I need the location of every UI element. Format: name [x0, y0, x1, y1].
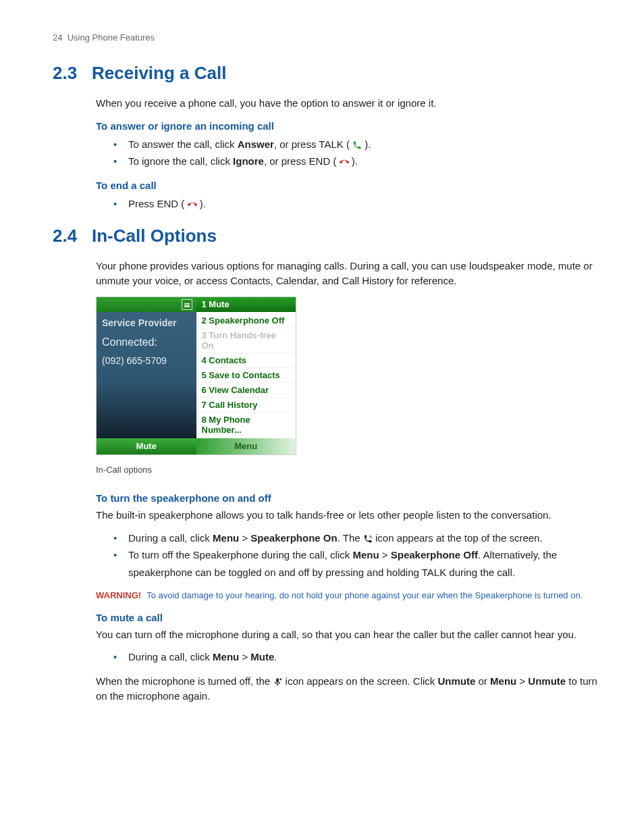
status-bar	[97, 297, 196, 312]
section-title: In-Call Options	[92, 226, 217, 246]
list-item: To answer the call, click Answer, or pre…	[123, 136, 603, 153]
section-body: When you receive a phone call, you have …	[96, 96, 603, 212]
text: ).	[349, 155, 358, 167]
text: Press END (	[128, 198, 188, 209]
text: During a call, click	[128, 532, 213, 544]
bold-text: Menu	[213, 532, 239, 544]
menu-list: 2 Speakerphone Off 3 Turn Hands-free On …	[196, 312, 296, 438]
list-item: During a call, click Menu > Speakerphone…	[123, 529, 603, 547]
section-heading: 2.3 Receiving a Call	[53, 63, 603, 84]
text: >	[379, 549, 391, 561]
phone-screenshot: Service Provider Connected: (092) 665-57…	[96, 296, 296, 455]
speaker-icon	[363, 534, 373, 544]
connected-label: Connected:	[102, 336, 191, 348]
figure-caption: In-Call options	[96, 465, 603, 475]
section-number: 2.4	[53, 226, 82, 246]
menu-panel: 1 Mute 2 Speakerphone Off 3 Turn Hands-f…	[196, 297, 296, 454]
warning-text: To avoid damage to your hearing, do not …	[146, 589, 583, 602]
text: To ignore the call, click	[128, 155, 233, 167]
bold-text: Ignore	[233, 155, 264, 167]
text: >	[239, 532, 250, 544]
phone-number: (092) 665-5709	[102, 355, 191, 366]
menu-item[interactable]: 4 Contacts	[196, 353, 296, 368]
bold-text: Speakerphone Off	[391, 549, 478, 561]
text: or	[475, 675, 490, 687]
text: .	[274, 651, 277, 662]
text: , or press TALK (	[274, 138, 352, 150]
mute-icon	[273, 677, 282, 687]
end-icon	[188, 200, 197, 209]
list-item: To ignore the call, click Ignore, or pre…	[123, 153, 603, 170]
page: 24 Using Phone Features 2.3 Receiving a …	[0, 0, 644, 834]
menu-item[interactable]: 2 Speakerphone Off	[196, 313, 296, 328]
bullet-list: Press END ( ).	[123, 195, 603, 213]
bold-text: Menu	[352, 549, 379, 561]
list-item: During a call, click Menu > Mute.	[123, 648, 603, 666]
text: icon appears on the screen. Click	[282, 675, 437, 687]
warning-label: WARNING!	[96, 589, 141, 602]
list-item: To turn off the Speakerphone during the …	[123, 546, 603, 581]
bold-text: Mute	[250, 651, 274, 662]
text: >	[516, 675, 528, 687]
section-number: 2.3	[53, 63, 82, 84]
bold-text: Unmute	[528, 675, 566, 687]
text: ).	[362, 138, 371, 150]
intro-text: When you receive a phone call, you have …	[96, 96, 603, 111]
bold-text: Speakerphone On	[250, 532, 337, 544]
intro-text: Your phone provides various options for …	[96, 259, 603, 288]
text: ).	[197, 198, 206, 209]
subheading: To mute a call	[96, 612, 603, 623]
text: During a call, click	[128, 651, 213, 662]
talk-icon	[352, 140, 362, 150]
menu-item[interactable]: 6 View Calendar	[196, 383, 296, 398]
subheading: To answer or ignore an incoming call	[96, 120, 603, 132]
paragraph: When the microphone is turned off, the i…	[96, 674, 603, 704]
menu-item-selected[interactable]: 1 Mute	[196, 297, 296, 312]
text: icon appears at the top of the screen.	[373, 532, 543, 544]
menu-item[interactable]: 7 Call History	[196, 398, 296, 413]
menu-item[interactable]: 8 My Phone Number...	[196, 413, 296, 437]
menu-item[interactable]: 5 Save to Contacts	[196, 368, 296, 383]
list-item: Press END ( ).	[123, 195, 603, 213]
bold-text: Unmute	[438, 675, 476, 687]
text: To turn off the Speakerphone during the …	[128, 549, 352, 561]
subheading: To end a call	[96, 180, 603, 191]
menu-item: 3 Turn Hands-free On	[196, 328, 296, 353]
softkey-mute[interactable]: Mute	[97, 438, 196, 454]
text: >	[239, 651, 250, 662]
section-heading: 2.4 In-Call Options	[53, 226, 603, 246]
bold-text: Answer	[238, 138, 274, 150]
bullet-list: To answer the call, click Answer, or pre…	[123, 136, 603, 170]
call-body: Service Provider Connected: (092) 665-57…	[97, 312, 196, 438]
section-body: Your phone provides various options for …	[96, 259, 603, 703]
text: To answer the call, click	[128, 138, 238, 150]
paragraph: The built-in speakerphone allows you to …	[96, 508, 603, 523]
bold-text: Menu	[213, 651, 239, 662]
bullet-list: During a call, click Menu > Speakerphone…	[123, 529, 603, 581]
softkey-menu[interactable]: Menu	[196, 438, 296, 454]
call-screen: Service Provider Connected: (092) 665-57…	[97, 297, 196, 454]
paragraph: You can turn off the microphone during a…	[96, 627, 603, 642]
subheading: To turn the speakerphone on and off	[96, 492, 603, 504]
bullet-list: During a call, click Menu > Mute.	[123, 648, 603, 666]
chapter-title: Using Phone Features	[68, 32, 155, 43]
running-header: 24 Using Phone Features	[53, 32, 603, 43]
signal-icon	[182, 299, 192, 310]
section-title: Receiving a Call	[92, 63, 226, 84]
text: When the microphone is turned off, the	[96, 675, 273, 687]
text: , or press END (	[264, 155, 340, 167]
page-number: 24	[53, 32, 62, 43]
bold-text: Menu	[490, 675, 516, 687]
text: . The	[338, 532, 363, 544]
end-icon	[340, 157, 349, 167]
warning-note: WARNING! To avoid damage to your hearing…	[96, 589, 603, 602]
service-provider-label: Service Provider	[102, 317, 191, 328]
